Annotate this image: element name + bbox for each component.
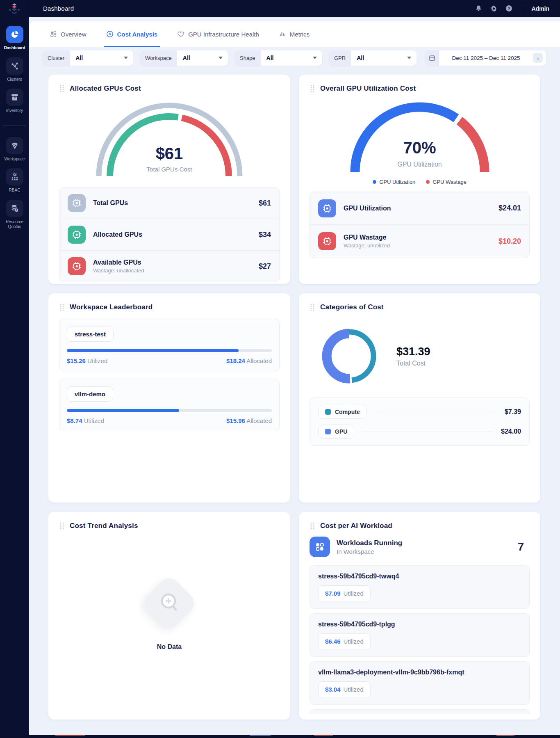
progress-fill	[67, 349, 239, 352]
categories-legend: Compute $7.39 GPU $24.00	[310, 398, 530, 446]
gauge-center-value: 70%	[344, 139, 496, 157]
allocated-gpus-cost-card: Allocated GPUs Cost $61 Total GPUs Cost …	[48, 75, 290, 284]
tabs-bar: Overview Cost Analysis GPU Infrastructur…	[29, 21, 560, 47]
workload-item: stress-59b4795cd9-twwq4 $7.09 Utilized	[310, 565, 530, 609]
allocated-label: $15.96 Allocated	[226, 417, 272, 424]
sidebar-item-rbac[interactable]: RBAC	[0, 168, 29, 193]
notifications-bell-icon[interactable]	[475, 5, 483, 12]
card-title: Workspace Leaderboard	[70, 303, 153, 311]
no-data-label: No Data	[157, 643, 182, 651]
legend-swatch	[325, 409, 331, 415]
cutoff-content-strip	[0, 735, 560, 738]
utilized-label: $15.26 Utilized	[67, 357, 107, 364]
category-chip[interactable]: Compute	[318, 405, 367, 419]
shape-filter[interactable]: Shape All	[234, 50, 322, 66]
filters-bar: Cluster All Workspace All Shape All GPR …	[29, 47, 560, 69]
logo-icon	[8, 2, 20, 15]
cluster-filter[interactable]: Cluster All	[42, 50, 133, 66]
utilized-label: $8.74 Utilized	[67, 417, 104, 424]
gauge-legend: GPU Utilization GPU Wastage	[310, 179, 530, 185]
topbar-divider	[522, 4, 522, 13]
dollar-circle-icon	[106, 30, 114, 38]
inventory-box-icon	[10, 93, 19, 102]
drag-handle-icon[interactable]	[310, 85, 315, 93]
cluster-nodes-icon	[10, 62, 19, 71]
legend-row: GPU $24.00	[318, 422, 521, 441]
app-logo[interactable]	[0, 0, 29, 17]
chevron-down-icon	[313, 57, 317, 59]
drag-handle-icon[interactable]	[59, 303, 65, 311]
sidebar-item-dashboard[interactable]: Dashboard	[0, 26, 29, 51]
gpu-utilization-cost-card: Overall GPU Utilization Cost 70% GPU Uti…	[299, 75, 540, 284]
empty-illustration	[140, 574, 198, 632]
chevron-down-icon	[124, 57, 128, 59]
workloads-list: stress-59b4795cd9-twwq4 $7.09 Utilized s…	[310, 565, 530, 714]
settings-gear-icon[interactable]	[490, 5, 498, 12]
topbar: Dashboard Admin	[0, 0, 560, 17]
gauge-center-label: GPU Utilization	[344, 161, 496, 168]
sidebar-item-inventory[interactable]: Inventory	[0, 89, 29, 114]
bars-icon	[279, 30, 286, 38]
sidebar-item-resource-quotas[interactable]: Resource Quotas	[0, 200, 29, 230]
workspace-chip[interactable]: stress-test	[67, 327, 114, 342]
gpu-chip-icon	[72, 261, 82, 271]
list-item: Total GPUs $61	[59, 187, 279, 219]
tab-overview[interactable]: Overview	[47, 30, 89, 47]
cutoff-fragment	[250, 735, 271, 736]
pie-chart-icon	[10, 30, 19, 39]
legend-item: GPU Utilization	[373, 179, 415, 185]
utilized-chip: $3.04 Utilized	[318, 681, 371, 697]
workspace-filter[interactable]: Workspace All	[140, 50, 228, 66]
donut-total: $31.39 Total Cost	[396, 345, 430, 367]
list-item: Allocated GPUs $34	[59, 219, 279, 251]
gauge-center-label: Total GPUs Cost	[91, 166, 247, 173]
chevron-down-icon[interactable]: ⌄	[533, 53, 543, 63]
drag-handle-icon[interactable]	[59, 85, 65, 93]
gpu-chip-icon	[322, 236, 332, 246]
main-panel: Overview Cost Analysis GPU Infrastructur…	[29, 21, 560, 738]
list-item: GPU Wastage Wastage: unutilized $10.20	[310, 225, 529, 258]
drag-handle-icon[interactable]	[310, 303, 315, 311]
sidebar-item-workspace[interactable]: Workspace	[0, 137, 29, 162]
cutoff-fragment	[314, 735, 333, 736]
help-icon[interactable]	[505, 5, 513, 12]
gauge-center-value: $61	[91, 144, 247, 163]
donut-chart	[319, 325, 380, 387]
gpr-filter[interactable]: GPR All	[329, 50, 417, 66]
magnifier-icon	[156, 590, 182, 616]
card-title: Allocated GPUs Cost	[70, 85, 141, 93]
page-title: Dashboard	[43, 5, 74, 12]
user-menu[interactable]: Admin	[531, 5, 549, 12]
tab-gpu-infrastructure-health[interactable]: GPU Infrastructure Health	[175, 30, 262, 47]
chevron-down-icon	[407, 57, 411, 59]
drag-handle-icon[interactable]	[59, 522, 65, 530]
categories-of-cost-card: Categories of Cost $31.39 Total Cost	[299, 293, 540, 503]
users-gear-icon	[10, 172, 19, 181]
list-item: Available GPUs Wastage: unallocated $27	[59, 251, 279, 282]
date-range-picker[interactable]: Dec 11 2025 – Dec 11 2025 ⌄	[425, 50, 546, 66]
tab-metrics[interactable]: Metrics	[276, 30, 312, 47]
gpu-chip-icon	[322, 203, 332, 213]
workload-item-partial	[310, 709, 530, 714]
tab-cost-analysis[interactable]: Cost Analysis	[104, 30, 160, 47]
legend-dot	[426, 180, 430, 184]
legend-item: GPU Wastage	[426, 179, 467, 185]
workload-item: vllm-llama3-deployment-vllm-9c9bb796b-fx…	[310, 661, 530, 705]
empty-state: No Data	[59, 583, 280, 651]
drag-handle-icon[interactable]	[310, 522, 315, 530]
category-chip[interactable]: GPU	[318, 425, 354, 439]
allocated-gauge: $61 Total GPUs Cost	[91, 97, 247, 179]
leaderboard-row: stress-test $15.26 Utilized $18.24 Alloc…	[59, 319, 280, 371]
heart-icon	[177, 30, 184, 38]
card-title: Cost per AI Workload	[320, 522, 392, 530]
utilization-gauge: 70% GPU Utilization	[344, 97, 496, 173]
sidebar-item-clusters[interactable]: Clusters	[0, 57, 29, 82]
workspace-chip[interactable]: vllm-demo	[67, 386, 113, 402]
workloads-grid-icon	[314, 542, 325, 552]
cutoff-fragment	[55, 735, 85, 736]
progress-track	[67, 349, 272, 352]
card-title: Categories of Cost	[320, 303, 384, 311]
workspace-leaderboard-card: Workspace Leaderboard stress-test $15.26…	[48, 293, 290, 503]
gpu-chip-icon	[72, 230, 82, 240]
sidebar: Dashboard Clusters Inventory Workspace R…	[0, 17, 29, 738]
